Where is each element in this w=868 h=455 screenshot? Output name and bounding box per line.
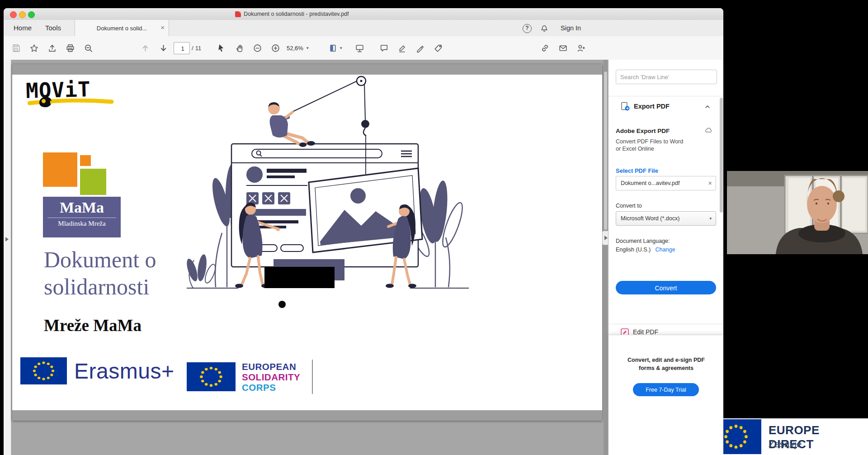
- sign-in-button[interactable]: Sign In: [561, 20, 581, 36]
- share-link-button[interactable]: [538, 41, 552, 55]
- presentation-mode-button[interactable]: [353, 41, 366, 55]
- document-language-row: English (U.S.) Change: [616, 246, 675, 253]
- highlight-tool-button[interactable]: [395, 41, 409, 55]
- tools-search-input[interactable]: [616, 70, 717, 84]
- tools-panel: Export PDF Adobe Export PDF Convert PDF …: [608, 60, 723, 455]
- select-pdf-file-link[interactable]: Select PDF File: [616, 167, 658, 174]
- mama-logo-subtitle: Mladinska Mreža: [47, 218, 116, 228]
- document-language-label: Document Language:: [616, 238, 670, 244]
- close-window-button[interactable]: [10, 11, 17, 18]
- convert-description-line2: or Excel Online: [616, 146, 654, 152]
- document-area: MOViT MaMa Mladinska Mreža: [4, 60, 608, 455]
- slide-top-band: [12, 64, 602, 75]
- save-button[interactable]: [9, 41, 23, 55]
- next-page-button[interactable]: [156, 41, 170, 55]
- panel-scrollbar-thumb[interactable]: [720, 98, 723, 213]
- remove-file-button[interactable]: ×: [708, 176, 712, 190]
- document-scrollbar[interactable]: [604, 60, 608, 455]
- chevron-down-icon: ▾: [340, 46, 342, 50]
- select-tool-button[interactable]: [214, 41, 228, 55]
- document-tab-label: Dokument o solid...: [97, 25, 147, 32]
- europe-direct-banner: EUROPE DIRECT Zasavje: [710, 418, 868, 455]
- illustration-person-top: [268, 102, 315, 147]
- print-button[interactable]: [63, 41, 77, 55]
- document-scrollbar-thumb[interactable]: [604, 71, 607, 230]
- zoom-in-button[interactable]: [269, 41, 282, 55]
- movit-logo-text: MOViT: [25, 77, 91, 103]
- email-button[interactable]: [556, 41, 570, 55]
- adobe-export-pdf-title: Adobe Export PDF: [616, 128, 670, 134]
- selected-file-chip: Dokument o...avitev.pdf ×: [616, 176, 716, 190]
- page-number-box: [174, 42, 190, 54]
- expand-navigation-pane-button[interactable]: [5, 237, 9, 242]
- zoom-window-button[interactable]: [28, 11, 35, 18]
- pdf-illustration: [184, 76, 473, 311]
- mama-orange-square: [43, 152, 77, 187]
- illustration-banner: [264, 259, 344, 288]
- convert-to-label: Convert to: [616, 203, 642, 209]
- toolbar: / 11 52,6% ▾ ▾: [4, 36, 723, 60]
- mama-green-square: [80, 169, 106, 195]
- cloud-icon: [704, 126, 713, 137]
- esc-line3: CORPS: [242, 382, 300, 393]
- slide-title-line2: solidarnosti: [44, 273, 156, 300]
- tools-search-box: [616, 70, 717, 84]
- format-selected-value: Microsoft Word (*.docx): [621, 212, 679, 225]
- minimize-window-button[interactable]: [19, 11, 26, 18]
- export-pdf-label: Export PDF: [634, 98, 670, 115]
- europe-direct-region: Zasavje: [769, 439, 802, 450]
- zoom-level-dropdown[interactable]: 52,6% ▾: [287, 36, 308, 60]
- mama-logo: MaMa Mladinska Mreža: [43, 152, 121, 237]
- eu-flag-icon: [20, 357, 67, 384]
- mama-logo-title: MaMa: [43, 197, 121, 216]
- pdf-file-icon: [235, 11, 241, 17]
- esc-line1: EUROPEAN: [242, 361, 300, 372]
- free-trial-button[interactable]: Free 7-Day Trial: [633, 383, 699, 396]
- promo-line2: forms & agreements: [609, 365, 723, 371]
- notifications-bell-icon[interactable]: [540, 24, 549, 33]
- tab-tools[interactable]: Tools: [45, 20, 61, 36]
- page-count: / 11: [192, 36, 201, 60]
- panel-scrollbar[interactable]: [720, 98, 723, 213]
- movit-bird-icon: [39, 97, 52, 107]
- mama-logo-band: MaMa Mladinska Mreža: [43, 197, 121, 237]
- format-dropdown[interactable]: Microsoft Word (*.docx) ▾: [616, 211, 716, 226]
- presenter-portrait: [727, 171, 868, 254]
- webcam-video: [727, 171, 868, 254]
- zoom-out-button[interactable]: [250, 41, 264, 55]
- help-button[interactable]: ?: [523, 24, 532, 33]
- panel-divider: [609, 96, 723, 96]
- video-frame: Dokument o solidarnosti - predstavitev.p…: [0, 0, 868, 455]
- esc-separator: [312, 360, 313, 394]
- mama-small-orange-square: [80, 155, 91, 166]
- esc-line2: SOLIDARITY: [242, 372, 300, 382]
- stamp-tool-button[interactable]: [431, 41, 445, 55]
- comment-tool-button[interactable]: [377, 41, 391, 55]
- tab-home[interactable]: Home: [14, 20, 32, 36]
- panel-divider: [609, 324, 723, 324]
- eu-flag-icon: [187, 362, 236, 391]
- hand-tool-button[interactable]: [232, 41, 246, 55]
- chevron-up-icon[interactable]: [704, 103, 711, 112]
- page-divider: /: [192, 45, 193, 52]
- convert-button[interactable]: Convert: [616, 281, 716, 294]
- document-tab[interactable]: Dokument o solid... ×: [75, 20, 169, 36]
- page-total: 11: [195, 45, 202, 52]
- page-display-dropdown[interactable]: ▾: [328, 36, 342, 60]
- change-language-link[interactable]: Change: [656, 246, 675, 253]
- export-pdf-section-header[interactable]: Export PDF: [609, 98, 723, 115]
- european-solidarity-corps-logo: EUROPEAN SOLIDARITY CORPS: [187, 360, 313, 394]
- favorites-star-button[interactable]: [27, 41, 41, 55]
- slide-title-line1: Dokument o: [44, 246, 156, 273]
- slide-subtitle: Mreže MaMa: [44, 316, 142, 335]
- sign-pen-tool-button[interactable]: [413, 41, 427, 55]
- close-tab-button[interactable]: ×: [160, 20, 165, 36]
- chevron-right-icon: [604, 236, 608, 240]
- add-user-button[interactable]: [574, 41, 588, 55]
- page-number-input[interactable]: [174, 43, 191, 55]
- share-upload-button[interactable]: [45, 41, 59, 55]
- search-button[interactable]: [81, 41, 95, 55]
- previous-page-button[interactable]: [138, 41, 152, 55]
- slide-bottom-band: [12, 410, 602, 421]
- trial-promo-card: Convert, edit and e-sign PDF forms & agr…: [609, 335, 723, 455]
